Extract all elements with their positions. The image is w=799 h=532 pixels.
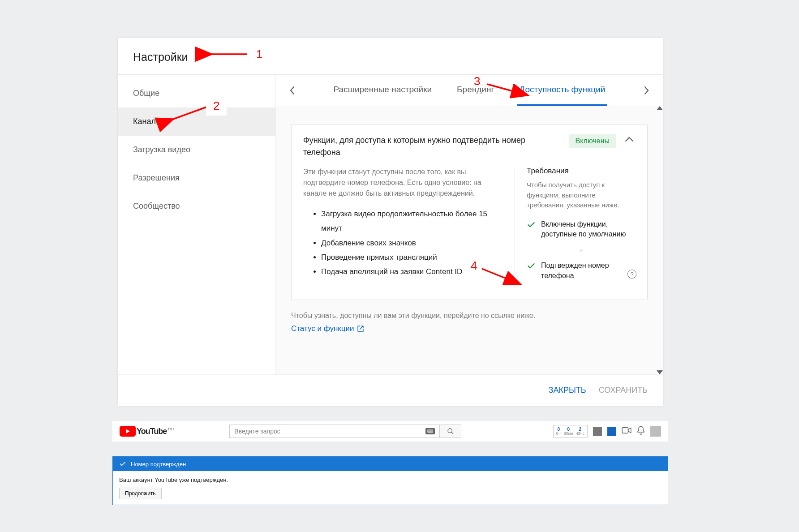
requirement-row: Включены функции, доступные по умолчанию: [527, 219, 636, 240]
status-link-label: Статус и функции: [291, 324, 354, 333]
sidebar-item-channel[interactable]: Канал: [118, 107, 275, 136]
sidebar-item-upload[interactable]: Загрузка видео: [118, 136, 275, 164]
requirements-description: Чтобы получить доступ к функциям, выполн…: [527, 180, 636, 210]
dialog-title: Настройки: [133, 51, 648, 64]
verify-header: Номер подтвержден: [113, 457, 668, 471]
meter-value: 2: [576, 427, 584, 432]
youtube-play-icon: [120, 426, 136, 437]
footnote-text: Чтобы узнать, доступны ли вам эти функци…: [291, 312, 648, 320]
sidebar-item-permissions[interactable]: Разрешения: [118, 164, 275, 192]
youtube-wordmark: YouTube: [137, 427, 167, 436]
settings-content-pane: Расширенные настройки Брендинг Доступнос…: [276, 75, 663, 374]
search-button[interactable]: [440, 425, 461, 438]
search-icon: [447, 428, 454, 435]
check-icon: [119, 460, 126, 468]
status-badge: Включены: [569, 134, 616, 148]
collapse-icon[interactable]: [625, 136, 636, 144]
tab-features[interactable]: Доступность функций: [517, 75, 607, 106]
sidebar-item-general[interactable]: Общие: [118, 79, 275, 107]
youtube-region: RU: [168, 427, 174, 431]
upload-quota-meter[interactable]: 00 г 060мн 248чс: [553, 425, 588, 438]
meter-unit: 0 г: [556, 432, 561, 436]
bullet-item: Подача апелляций на заявки Content ID: [321, 265, 501, 279]
svg-point-4: [448, 429, 452, 433]
apps-icon[interactable]: [593, 427, 602, 436]
meter-value: 0: [564, 427, 573, 432]
settings-sidebar: Общие Канал Загрузка видео Разрешения Со…: [118, 75, 276, 374]
bullet-item: Загрузка видео продолжительностью более …: [321, 207, 501, 236]
check-icon: [527, 262, 536, 270]
plus-separator: +: [527, 246, 636, 254]
features-card: Функции, для доступа к которым нужно под…: [291, 124, 648, 300]
keyboard-icon[interactable]: ⌨: [425, 428, 435, 434]
help-icon[interactable]: ?: [627, 270, 636, 279]
card-description: Эти функции станут доступны после того, …: [303, 167, 501, 199]
requirement-text: Подтвержден номер телефона: [541, 261, 624, 281]
tab-advanced[interactable]: Расширенные настройки: [332, 75, 434, 106]
bullet-item: Добавление своих значков: [321, 236, 501, 250]
continue-button[interactable]: Продолжить: [119, 488, 162, 499]
verify-title: Номер подтвержден: [131, 461, 186, 468]
external-link-icon: [357, 325, 364, 332]
tab-branding[interactable]: Брендинг: [455, 75, 496, 106]
verify-panel: Номер подтвержден Ваш аккаунт YouTube уж…: [112, 456, 668, 505]
dialog-header: Настройки: [118, 38, 663, 75]
svg-rect-6: [622, 428, 628, 433]
notifications-icon[interactable]: [637, 426, 645, 437]
sidebar-item-community[interactable]: Сообщество: [118, 192, 275, 220]
grid-icon[interactable]: [607, 427, 616, 436]
settings-dialog: Настройки Общие Канал Загрузка видео Раз…: [118, 38, 663, 406]
avatar[interactable]: [650, 426, 661, 437]
verify-message: Ваш аккаунт YouTube уже подтвержден.: [119, 476, 662, 483]
tabs-next-icon[interactable]: [639, 82, 655, 99]
scroll-up-icon[interactable]: [657, 106, 663, 110]
youtube-logo[interactable]: YouTube RU: [120, 426, 174, 437]
save-button[interactable]: СОХРАНИТЬ: [599, 386, 648, 395]
bullet-item: Проведение прямых трансляций: [321, 250, 501, 265]
meter-unit: 60мн: [564, 432, 573, 436]
dialog-actions: ЗАКРЫТЬ СОХРАНИТЬ: [118, 374, 663, 406]
youtube-header: YouTube RU Введите запрос ⌨ 00 г 060мн 2…: [112, 421, 668, 442]
meter-value: 0: [556, 427, 561, 432]
scroll-down-icon[interactable]: [657, 370, 663, 374]
svg-line-5: [451, 432, 453, 434]
tabs-prev-icon[interactable]: [284, 82, 300, 99]
close-button[interactable]: ЗАКРЫТЬ: [549, 386, 586, 395]
status-link[interactable]: Статус и функции: [291, 324, 364, 333]
requirement-row: Подтвержден номер телефона ?: [527, 261, 636, 281]
feature-bullets: Загрузка видео продолжительностью более …: [303, 207, 501, 279]
requirement-text: Включены функции, доступные по умолчанию: [541, 219, 636, 240]
meter-unit: 48чс: [576, 432, 584, 436]
tabs-row: Расширенные настройки Брендинг Доступнос…: [276, 75, 663, 106]
create-video-icon[interactable]: [622, 427, 631, 436]
content-scroll[interactable]: Функции, для доступа к которым нужно под…: [276, 106, 663, 374]
search-input[interactable]: Введите запрос ⌨: [229, 425, 440, 438]
check-icon: [527, 220, 536, 229]
search-placeholder: Введите запрос: [234, 428, 280, 435]
card-title: Функции, для доступа к которым нужно под…: [303, 134, 560, 159]
requirements-title: Требования: [527, 167, 636, 176]
